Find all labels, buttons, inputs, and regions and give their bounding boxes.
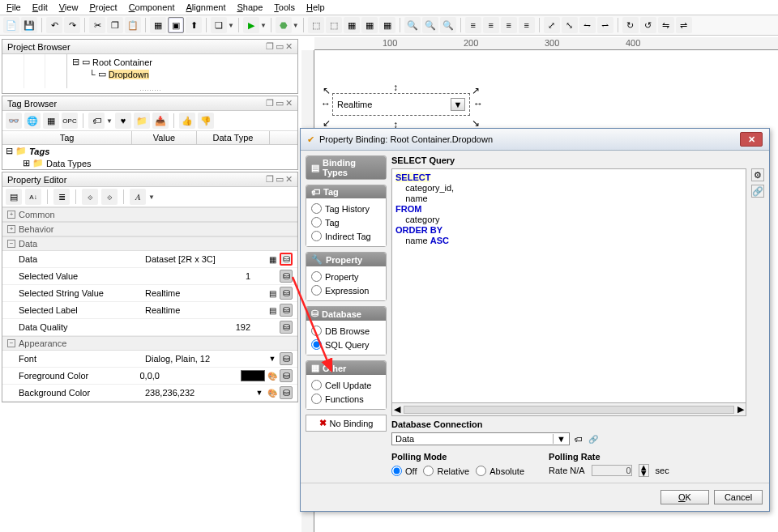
opt-cell-update[interactable]: Cell Update (311, 378, 381, 392)
pe-udt[interactable]: ⟐ (82, 189, 98, 205)
tb-align1[interactable]: ⬚ (308, 17, 324, 33)
menu-project[interactable]: Project (89, 2, 117, 12)
opt-db-browse[interactable]: DB Browse (311, 324, 381, 338)
tag-thumb2[interactable]: 👎 (198, 113, 214, 129)
tb-g1[interactable]: ≡ (465, 17, 481, 33)
tb-new[interactable]: 📄 (3, 17, 19, 33)
poll-absolute[interactable]: Absolute (476, 464, 524, 478)
binding-icon-fg[interactable]: ⛁ (280, 369, 293, 382)
tb-zoom-out[interactable]: 🔍 (440, 17, 456, 33)
menu-alignment[interactable]: Alignment (186, 2, 226, 12)
sql-tag-icon[interactable]: ⚙ (751, 168, 764, 181)
prop-selected-value[interactable]: Selected Value 1 ⛁ (2, 268, 297, 285)
tb-undo[interactable]: ↶ (46, 17, 62, 33)
pe-cat[interactable]: ▤ (6, 189, 22, 205)
dataset-edit-icon[interactable]: ▦ (267, 253, 278, 265)
prop-data[interactable]: Data Dataset [2R x 3C] ▦ ⛁ (2, 251, 297, 268)
menu-shape[interactable]: Shape (237, 2, 263, 12)
tb-paste[interactable]: 📋 (125, 17, 141, 33)
tb-align3[interactable]: ▦ (344, 17, 360, 33)
sql-editor[interactable]: SELECT category_id, name FROM category O… (391, 168, 746, 403)
color-wheel-icon[interactable]: 🎨 (267, 387, 278, 398)
opt-property[interactable]: Property (311, 270, 381, 283)
tb-r1[interactable]: ↻ (622, 17, 639, 33)
tb-g4[interactable]: ≡ (519, 17, 535, 33)
tb-align5[interactable]: ▦ (379, 17, 395, 33)
sql-link-icon[interactable]: 🔗 (751, 185, 764, 198)
tag-heart[interactable]: ♥ (115, 113, 131, 129)
tb-r2[interactable]: ↺ (640, 17, 656, 33)
tag-tb3[interactable]: ▦ (43, 113, 59, 129)
pe-font[interactable]: 𝐴 (130, 189, 146, 205)
group-behavior[interactable]: +Behavior (2, 222, 297, 236)
edit-icon[interactable]: ▤ (267, 304, 278, 316)
opt-tag-history[interactable]: Tag History (311, 202, 381, 215)
poll-off[interactable]: Off (391, 464, 417, 478)
prop-selected-label[interactable]: Selected Label Realtime ▤⛁ (2, 302, 297, 319)
group-common[interactable]: +Common (2, 207, 297, 222)
tb-r4[interactable]: ⇌ (676, 17, 692, 33)
tree-dropdown[interactable]: └ ▭ Dropdown (69, 68, 296, 80)
dropdown-caret[interactable]: ▼ (451, 98, 465, 111)
tree-root-container[interactable]: ⊟ ▭ Root Container (69, 56, 296, 68)
tb-design[interactable]: ▣ (168, 17, 184, 33)
col-tag[interactable]: Tag (2, 131, 132, 144)
tb-copy[interactable]: ❐ (107, 17, 123, 33)
tb-g2[interactable]: ≡ (483, 17, 499, 33)
opt-indirect-tag[interactable]: Indirect Tag (311, 229, 381, 243)
tb-a3[interactable]: ⥊ (579, 17, 596, 33)
font-dropdown[interactable]: ▼ (267, 355, 278, 363)
panel-min-icon[interactable]: ▭ (276, 41, 284, 52)
tb-r3[interactable]: ⇋ (658, 17, 674, 33)
tb-publish[interactable]: ⬆ (186, 17, 202, 33)
tb-align4[interactable]: ▦ (361, 17, 378, 33)
tb-a1[interactable]: ⤢ (544, 17, 560, 33)
group-data[interactable]: −Data (2, 236, 297, 251)
bg-dropdown[interactable]: ▼ (254, 389, 265, 397)
pe-az[interactable]: A↓ (25, 189, 41, 205)
group-appearance[interactable]: −Appearance (2, 336, 297, 351)
opt-functions[interactable]: Functions (311, 392, 381, 406)
binding-icon-font[interactable]: ⛁ (280, 352, 293, 365)
prop-bg-color[interactable]: Background Color 238,236,232 ▼🎨⛁ (2, 385, 297, 402)
color-wheel-icon[interactable]: 🎨 (267, 370, 278, 381)
col-value[interactable]: Value (132, 131, 197, 144)
poll-relative[interactable]: Relative (423, 464, 469, 478)
prop-data-quality[interactable]: Data Quality 192 ⛁ (2, 319, 297, 336)
menu-component[interactable]: Component (129, 2, 175, 12)
tb-zoom-fit[interactable]: 🔍 (404, 17, 421, 33)
tag-add[interactable]: 🏷 (88, 113, 105, 129)
tb-a2[interactable]: ⤡ (562, 17, 578, 33)
menu-tools[interactable]: Tools (274, 2, 295, 12)
rate-input[interactable] (592, 465, 632, 476)
db-link-icon[interactable]: 🔗 (588, 433, 599, 445)
cancel-button[interactable]: Cancel (714, 490, 763, 504)
menu-help[interactable]: Help (306, 2, 325, 12)
tag-row-tags[interactable]: ⊟ 📁 Tags (2, 145, 297, 157)
tag-folder[interactable]: 📁 (134, 113, 150, 129)
opt-tag[interactable]: Tag (311, 215, 381, 229)
col-type[interactable]: Data Type (197, 131, 270, 144)
tb-save[interactable]: 💾 (21, 17, 37, 33)
prop-font[interactable]: Font Dialog, Plain, 12 ▼⛁ (2, 351, 297, 368)
tag-tb4[interactable]: OPC (62, 113, 78, 129)
tb-align2[interactable]: ⬚ (326, 17, 342, 33)
tb-cut[interactable]: ✂ (89, 17, 105, 33)
tb-run[interactable]: ▶ (243, 17, 259, 33)
panel-dock-icon[interactable]: ❐ (266, 41, 274, 52)
tb-g3[interactable]: ≡ (501, 17, 517, 33)
fg-swatch[interactable] (241, 370, 265, 381)
binding-icon-selstr[interactable]: ⛁ (280, 287, 293, 300)
tag-row-datatypes[interactable]: ⊞ 📁 Data Types (2, 157, 297, 169)
editor-scrollbar[interactable]: ◀▶ (391, 403, 746, 416)
binding-icon-selval[interactable]: ⛁ (280, 270, 293, 283)
binding-icon-data[interactable]: ⛁ (280, 253, 293, 266)
binding-icon-bg[interactable]: ⛁ (280, 386, 293, 399)
prop-selected-string[interactable]: Selected String Value Realtime ▤⛁ (2, 285, 297, 302)
tag-import[interactable]: 📥 (152, 113, 169, 129)
tag-tb1[interactable]: 👓 (6, 113, 22, 129)
no-binding-button[interactable]: ✖ No Binding (306, 415, 387, 432)
opt-expression[interactable]: Expression (311, 283, 381, 297)
tb-module[interactable]: ⬣ (276, 17, 292, 33)
opt-sql-query[interactable]: SQL Query (311, 338, 381, 351)
